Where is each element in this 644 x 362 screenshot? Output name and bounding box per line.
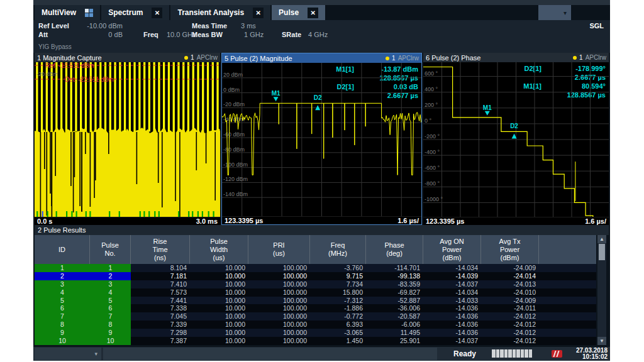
ref-level-value[interactable]: -10.00 dBm <box>80 22 123 30</box>
table-cell: 7.410 <box>131 280 190 288</box>
trace-color-dot <box>386 57 389 60</box>
svg-text:-80 dBm: -80 dBm <box>223 146 245 153</box>
table-row-6[interactable]: 667.33810.000100.000-1.886-36.006-14.036… <box>35 304 596 312</box>
panel-pulse-phase-titlebar[interactable]: 6 Pulse (2) Phase 1 APClrw <box>423 53 609 62</box>
table-cell: 7.298 <box>131 329 190 337</box>
column-header[interactable]: PulseWidth(us) <box>190 235 248 264</box>
tab-list-dropdown[interactable]: ▾ <box>538 5 571 20</box>
trace-mode: APClrw <box>586 54 606 61</box>
table-row-10[interactable]: 10107.38710.000100.0001.45025.901-14.037… <box>35 337 596 345</box>
column-header[interactable]: Freq(MHz) <box>310 235 366 264</box>
meas-bw-value[interactable]: 1 GHz <box>244 31 264 38</box>
column-header[interactable]: PRI(us) <box>248 235 310 264</box>
instrument-screen: MultiViewSpectrum✕Transient Analysis✕Pul… <box>33 0 610 361</box>
progress-segment <box>529 349 533 358</box>
table-cell: 7 <box>35 312 90 321</box>
column-header[interactable]: Avg ONPower(dBm) <box>423 235 481 264</box>
table-cell: 1.450 <box>310 337 366 345</box>
tab-spectrum[interactable]: Spectrum✕ <box>101 5 169 20</box>
table-cell: -24.012 <box>481 312 539 321</box>
table-cell: 4 <box>35 288 90 297</box>
trace-legend: 1 APClrw <box>184 54 218 61</box>
scroll-down-icon[interactable]: ▼ <box>597 337 606 345</box>
table-cell: 10 <box>35 337 90 345</box>
svg-text:-400 °: -400 ° <box>425 149 440 155</box>
trace-number: 1 <box>579 54 583 61</box>
table-row-3[interactable]: 337.41010.000100.0007.734-83.359-14.037-… <box>35 280 596 288</box>
column-header[interactable]: RiseTime(ns) <box>131 235 190 264</box>
table-cell: 100.000 <box>248 321 310 329</box>
table-cell: 100.000 <box>248 312 310 321</box>
table-row-1[interactable]: 118.10410.000100.000-3.760-114.701-14.03… <box>35 264 596 272</box>
table-cell: -36.006 <box>366 304 423 312</box>
magnitude-capture-plot[interactable]: -20 dBmRef. -12.511 dBmDet. -22.511 dBm <box>35 62 220 217</box>
table-row-7[interactable]: 777.04510.000100.000-0.772-20.587-14.036… <box>35 312 596 321</box>
close-icon[interactable]: ✕ <box>253 8 264 18</box>
measurement-progress-bar <box>492 349 532 358</box>
table-cell: -69.827 <box>366 288 423 297</box>
table-cell: -14.034 <box>423 288 481 297</box>
pulse-phase-plot[interactable]: D2[1]-178.999°2.6677 µsM1[1]80.594°128.8… <box>423 62 609 217</box>
panel-magnitude-capture-titlebar[interactable]: 1 Magnitude Capture 1 APClrw <box>35 53 220 62</box>
tab-transient-analysis[interactable]: Transient Analysis✕ <box>170 5 270 20</box>
table-scrollbar[interactable]: ▲ ▼ <box>597 235 606 345</box>
att-value[interactable]: 0 dB <box>80 31 123 38</box>
status-bar: ▾ Ready 27.03.2018 10:15:02 <box>33 347 610 361</box>
close-icon[interactable]: ✕ <box>308 8 318 18</box>
column-header[interactable]: ID <box>35 235 90 264</box>
table-cell: 9 <box>35 329 90 337</box>
table-cell: 8 <box>90 321 131 329</box>
column-header[interactable]: Phase(deg) <box>366 235 423 264</box>
table-row-8[interactable]: 887.33910.000100.0006.393-6.006-14.036-2… <box>35 321 596 329</box>
tab-pulse[interactable]: Pulse✕ <box>272 5 325 20</box>
close-icon[interactable]: ✕ <box>152 8 162 18</box>
table-cell: 2 <box>35 272 90 280</box>
table-cell: 3 <box>90 280 131 288</box>
column-header[interactable]: Avg TxPower(dBm) <box>481 235 539 264</box>
table-cell: 9 <box>90 329 131 337</box>
table-cell: 9.715 <box>310 272 366 280</box>
table-cell: 7 <box>90 312 131 321</box>
table-row-2[interactable]: 227.18110.000100.0009.715-99.138-14.039-… <box>35 272 596 280</box>
table-cell: 6.393 <box>310 321 366 329</box>
table-cell-filler <box>539 337 596 345</box>
table-cell: 10.000 <box>190 337 248 345</box>
table-cell: 8 <box>35 321 90 329</box>
srate-value[interactable]: 4 GHz <box>308 31 328 38</box>
table-cell: -14.037 <box>423 280 481 288</box>
trace-mode: APClrw <box>398 55 419 62</box>
column-header[interactable] <box>539 235 596 264</box>
trace-color-dot <box>184 56 188 60</box>
scroll-up-icon[interactable]: ▲ <box>597 235 606 243</box>
svg-text:Det. -22.511 dBm: Det. -22.511 dBm <box>65 76 114 83</box>
table-cell: -20.587 <box>366 312 423 321</box>
table-cell: -7.312 <box>310 297 366 305</box>
scrollbar-thumb[interactable] <box>599 244 605 260</box>
table-cell: -14.033 <box>423 297 481 305</box>
sequencer-dropdown[interactable]: ▾ <box>35 348 101 360</box>
table-cell: -83.359 <box>366 280 423 288</box>
column-header[interactable]: PulseNo. <box>90 235 131 264</box>
table-row-5[interactable]: 557.44110.000100.000-7.312-52.887-14.033… <box>35 297 596 305</box>
svg-text:Ref. -12.511 dBm: Ref. -12.511 dBm <box>45 62 94 69</box>
table-cell: 10.000 <box>190 297 248 305</box>
table-cell: -99.138 <box>366 272 423 280</box>
meas-bw-label: Meas BW <box>192 31 223 38</box>
table-cell: -14.036 <box>423 321 481 329</box>
table-cell: 10.000 <box>190 280 248 288</box>
tab-multiview[interactable]: MultiView <box>35 5 100 20</box>
table-cell: -24.009 <box>481 264 539 272</box>
panel-pulse-magnitude-titlebar[interactable]: 5 Pulse (2) Magnitude 1 APClrw <box>222 53 421 63</box>
x-axis-scale: 1.6 µs/ <box>397 217 419 224</box>
table-row-9[interactable]: 997.29810.000100.000-3.06511.495-14.036-… <box>35 329 596 337</box>
svg-text:-800 °: -800 ° <box>425 180 440 187</box>
table-cell: -52.887 <box>366 297 423 305</box>
table-row-4[interactable]: 447.57310.000100.00015.800-69.827-14.034… <box>35 288 596 297</box>
time: 10:15:02 <box>576 354 608 360</box>
table-cell: 10.000 <box>190 321 248 329</box>
panel-magnitude-capture: 1 Magnitude Capture 1 APClrw -20 dBmRef.… <box>35 53 220 225</box>
meas-time-value[interactable]: 3 ms <box>241 22 256 30</box>
trace-number: 1 <box>392 55 396 62</box>
pulse-magnitude-plot[interactable]: M1[1]-13.87 dBm128.8567 µsD2[1]0.03 dB2.… <box>222 63 421 216</box>
diagram-area: 1 Magnitude Capture 1 APClrw -20 dBmRef.… <box>33 53 610 225</box>
